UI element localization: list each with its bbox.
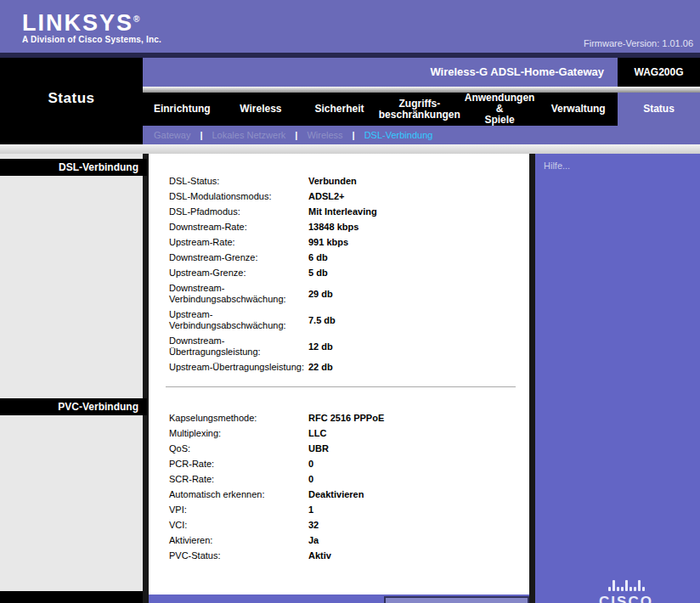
- status-row: Downstream-Übertragungsleistung: 12 db: [169, 335, 529, 358]
- status-row: SCR-Rate: 0: [169, 474, 529, 485]
- field-label: DSL-Status:: [169, 176, 308, 187]
- status-row: PVC-Status: Aktiv: [169, 550, 529, 561]
- status-row: Kapselungsmethode: RFC 2516 PPPoE: [169, 413, 529, 424]
- field-label: Downstream-Verbindungsabschwächung:: [169, 283, 308, 305]
- field-label: VCI:: [169, 520, 308, 531]
- nav-tab[interactable]: Status: [618, 93, 700, 126]
- status-row: PCR-Rate: 0: [169, 459, 529, 470]
- status-row: Downstream-Grenze: 6 db: [169, 252, 529, 263]
- field-label: DSL-Pfadmodus:: [169, 206, 308, 217]
- page-title-box: Status: [0, 58, 143, 144]
- status-row: Downstream-Rate: 13848 kbps: [169, 222, 529, 233]
- field-value: 7.5 db: [308, 315, 336, 326]
- subnav-link[interactable]: Gateway: [154, 130, 190, 140]
- firmware-version: Firmware-Version: 1.01.06: [584, 38, 693, 48]
- field-value: Verbunden: [308, 176, 357, 187]
- field-value: LLC: [308, 428, 326, 439]
- status-row: Upstream-Verbindungsabschwächung: 7.5 db: [169, 309, 529, 331]
- status-row: VPI: 1: [169, 504, 529, 516]
- field-value: Mit Interleaving: [308, 206, 377, 217]
- cisco-bars-icon: [579, 580, 673, 591]
- field-label: PVC-Status:: [169, 550, 308, 561]
- field-label: Downstream-Übertragungsleistung:: [169, 335, 308, 358]
- field-label: Downstream-Rate:: [169, 222, 308, 233]
- pvc-status-list: Kapselungsmethode: RFC 2516 PPPoE Multip…: [169, 413, 529, 561]
- field-value: ADSL2+: [308, 191, 345, 202]
- field-label: Automatisch erkennen:: [169, 489, 308, 500]
- product-name: Wireless-G ADSL-Home-Gateway: [143, 58, 618, 87]
- field-value: RFC 2516 PPPoE: [308, 413, 384, 424]
- field-value: 991 kbps: [308, 237, 348, 248]
- field-value: UBR: [308, 443, 329, 454]
- subnav-link[interactable]: Lokales Netzwerk: [190, 130, 285, 140]
- nav-tab[interactable]: Wireless: [222, 93, 301, 126]
- status-row: VCI: 32: [169, 520, 529, 531]
- main-panel: DSL-Status: Verbunden DSL-Modulationsmod…: [143, 154, 535, 603]
- subnav-link[interactable]: Wireless: [285, 130, 342, 140]
- field-label: VPI:: [169, 504, 308, 516]
- field-value: 0: [308, 459, 313, 470]
- section-header-dsl: DSL-Verbindung: [0, 159, 147, 176]
- nav-right: Wireless-G ADSL-Home-Gateway WAG200G Ein…: [143, 58, 700, 144]
- main-tab-bar: EinrichtungWirelessSicherheitZugriffs- b…: [143, 93, 700, 126]
- subnav-link[interactable]: DSL-Verbindung: [343, 130, 433, 140]
- footer-bar: [149, 595, 529, 603]
- nav-tab[interactable]: Verwaltung: [539, 93, 618, 126]
- linksys-wordmark: LINKSYS: [22, 10, 133, 36]
- section-header-pvc: PVC-Verbindung: [0, 398, 147, 415]
- field-label: Upstream-Verbindungsabschwächung:: [169, 309, 308, 331]
- field-label: QoS:: [169, 443, 308, 454]
- model-number: WAG200G: [618, 58, 700, 87]
- field-label: Upstream-Grenze:: [169, 268, 308, 279]
- help-link[interactable]: Hilfe...: [535, 154, 700, 171]
- field-label: Upstream-Rate:: [169, 237, 308, 248]
- linksys-logo: LINKSYS® A Division of Cisco Systems, In…: [22, 8, 161, 44]
- field-value: 32: [308, 520, 319, 531]
- nav-tab[interactable]: Sicherheit: [300, 93, 379, 126]
- footer-button-partial[interactable]: [384, 596, 529, 603]
- nav-tab[interactable]: Anwendungen & Spiele: [460, 93, 539, 126]
- status-row: Upstream-Übertragungsleistung: 22 db: [169, 362, 529, 373]
- field-value: 0: [308, 474, 313, 485]
- field-label: SCR-Rate:: [169, 474, 308, 485]
- linksys-logo-text: LINKSYS®: [22, 8, 161, 35]
- left-sidebar: DSL-Verbindung PVC-Verbindung: [0, 154, 143, 603]
- sub-nav-bar: GatewayLokales NetzwerkWirelessDSL-Verbi…: [143, 126, 700, 144]
- nav-content-separator: [0, 144, 700, 154]
- nav-tab[interactable]: Zugriffs- beschränkungen: [379, 93, 460, 126]
- field-label: Upstream-Übertragungsleistung:: [169, 362, 308, 373]
- product-banner: Wireless-G ADSL-Home-Gateway WAG200G: [143, 58, 700, 87]
- field-value: 29 db: [308, 289, 333, 300]
- field-label: Downstream-Grenze:: [169, 252, 308, 263]
- status-row: DSL-Modulationsmodus: ADSL2+: [169, 191, 529, 202]
- field-label: Kapselungsmethode:: [169, 413, 308, 424]
- field-value: Aktiv: [308, 550, 331, 561]
- status-row: DSL-Pfadmodus: Mit Interleaving: [169, 206, 529, 217]
- field-value: Ja: [308, 535, 319, 546]
- field-value: Deaktivieren: [308, 489, 364, 500]
- nav-tab[interactable]: Einrichtung: [143, 93, 222, 126]
- field-value: 13848 kbps: [308, 222, 358, 233]
- navigation-area: Status Wireless-G ADSL-Home-Gateway WAG2…: [0, 58, 700, 144]
- field-value: 12 db: [308, 341, 333, 352]
- top-header: LINKSYS® A Division of Cisco Systems, In…: [0, 0, 700, 53]
- status-row: Downstream-Verbindungsabschwächung: 29 d…: [169, 283, 529, 305]
- status-row: Automatisch erkennen: Deaktivieren: [169, 489, 529, 500]
- field-value: 5 db: [308, 268, 328, 279]
- silver-gradient-strip: [143, 87, 700, 93]
- dsl-status-list: DSL-Status: Verbunden DSL-Modulationsmod…: [169, 176, 529, 373]
- status-row: Aktivieren: Ja: [169, 535, 529, 546]
- field-label: DSL-Modulationsmodus:: [169, 191, 308, 202]
- registered-mark: ®: [133, 14, 139, 24]
- field-label: Multiplexing:: [169, 428, 308, 439]
- field-label: PCR-Rate:: [169, 459, 308, 470]
- field-value: 6 db: [308, 252, 328, 263]
- help-sidebar: Hilfe... CISCO: [535, 154, 700, 603]
- status-row: QoS: UBR: [169, 443, 529, 454]
- field-value: 1: [308, 504, 313, 516]
- field-label: Aktivieren:: [169, 535, 308, 546]
- section-divider-line: [166, 386, 516, 387]
- status-row: Upstream-Rate: 991 kbps: [169, 237, 529, 248]
- cisco-logo: CISCO: [579, 580, 673, 603]
- page-title: Status: [0, 90, 143, 107]
